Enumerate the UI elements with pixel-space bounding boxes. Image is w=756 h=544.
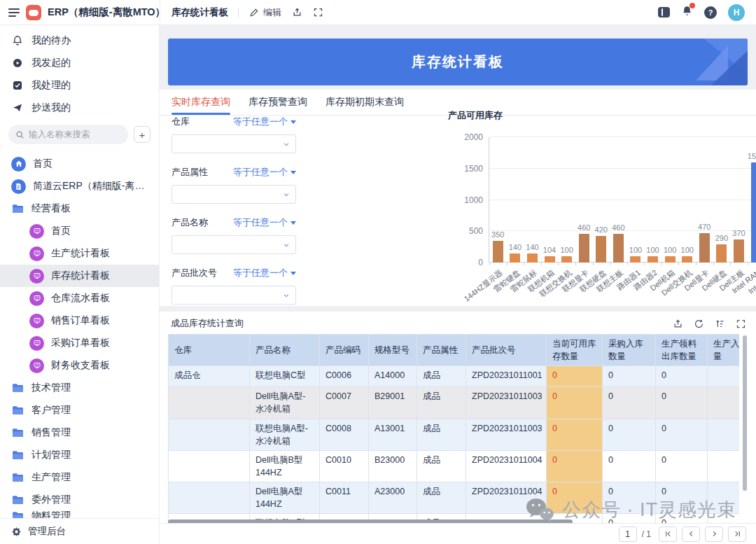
- bar-value-label: 100: [646, 246, 659, 254]
- tab-1[interactable]: 库存预警查询: [248, 90, 307, 115]
- sidebar-item-board-inventory[interactable]: 库存统计看板: [0, 265, 159, 287]
- column-header[interactable]: 生产领料出库数量: [656, 335, 708, 366]
- bar-路由器2[interactable]: [648, 256, 658, 263]
- bar-联想主板[interactable]: [613, 234, 624, 263]
- sidebar-item-jdy-erp[interactable]: 简道云ERP（精细版-离散MT...: [0, 175, 159, 197]
- table-cell: 0: [547, 450, 603, 482]
- table-row[interactable]: 成品仓联想电脑C型C0006A14000成品ZPD20231011001000: [169, 366, 740, 387]
- filter-select[interactable]: [172, 185, 296, 204]
- edit-label: 编辑: [263, 6, 281, 19]
- table-cell: Dell电脑B型 144HZ: [250, 450, 320, 482]
- bar-144HZ显示器[interactable]: [493, 241, 503, 263]
- filter-select[interactable]: [172, 286, 296, 305]
- bar-Dell交换机[interactable]: [682, 256, 692, 263]
- column-header[interactable]: 产品名称: [250, 335, 320, 366]
- column-header[interactable]: 当前可用库存数量: [547, 335, 603, 366]
- fullscreen-icon[interactable]: [312, 7, 323, 18]
- sidebar-item-board-production[interactable]: 生产统计看板: [0, 242, 159, 265]
- sidebar-item-plan-mgmt[interactable]: 计划管理: [0, 444, 159, 466]
- column-header[interactable]: 仓库: [169, 335, 250, 366]
- help-icon[interactable]: ?: [704, 6, 717, 19]
- bar-联想交换机[interactable]: [561, 256, 572, 263]
- menu-toggle-icon[interactable]: [8, 8, 20, 17]
- prev-page-button[interactable]: [682, 526, 700, 542]
- table-row[interactable]: 联想电脑A型-水冷机箱C0008A13001成品ZPD2023101100300…: [169, 419, 740, 450]
- directory-icon[interactable]: [658, 7, 670, 18]
- sidebar-item-tech-mgmt[interactable]: 技术管理: [0, 377, 159, 399]
- first-page-button[interactable]: [659, 526, 677, 542]
- sidebar-item-sales-mgmt[interactable]: 销售管理: [0, 421, 159, 444]
- sidebar-item-home[interactable]: 首页: [0, 153, 159, 175]
- table-cell: Dell电脑A型 144HZ: [250, 482, 320, 514]
- bar-value-label: 460: [578, 223, 590, 232]
- export-icon[interactable]: [672, 318, 683, 329]
- bar-联想机箱[interactable]: [545, 256, 555, 263]
- sidebar-item-label: 计划管理: [31, 449, 71, 461]
- table-cell: 成品: [417, 419, 466, 450]
- table-row[interactable]: Dell电脑B型 144HZC0010B23000成品ZPD2023101100…: [169, 450, 740, 482]
- bar-雷蛇鼠标[interactable]: [527, 253, 538, 263]
- x-axis-tick: [507, 263, 507, 265]
- bar-Dell机箱[interactable]: [665, 256, 676, 263]
- table-header: 仓库产品名称产品编码规格型号产品属性产品批次号当前可用库存数量采购入库数量生产领…: [169, 335, 740, 366]
- expand-icon[interactable]: [735, 318, 746, 329]
- table-row[interactable]: Dell电脑A型-水冷机箱C0007B29001成品ZPD20231011003…: [169, 387, 740, 419]
- tab-0[interactable]: 实时库存查询: [172, 90, 230, 115]
- column-header[interactable]: 产品编码: [320, 335, 369, 366]
- search-box[interactable]: [8, 125, 128, 144]
- sidebar-item-board-finance[interactable]: 财务收支看板: [0, 354, 159, 377]
- bar-Dell显卡[interactable]: [699, 233, 710, 263]
- user-avatar[interactable]: H: [728, 4, 745, 21]
- admin-console-button[interactable]: 管理后台: [0, 518, 159, 544]
- sidebar-item-board-home[interactable]: 首页: [0, 220, 159, 242]
- bar-联想硬盘[interactable]: [596, 236, 606, 263]
- edit-button[interactable]: 编辑: [248, 6, 281, 19]
- sort-icon[interactable]: [714, 318, 725, 329]
- current-page[interactable]: 1: [619, 526, 637, 542]
- column-header[interactable]: 规格型号: [369, 335, 417, 366]
- bar-雷蛇键盘[interactable]: [510, 253, 520, 263]
- table-title: 成品库存统计查询: [171, 317, 244, 330]
- column-header[interactable]: 产品批次号: [466, 335, 547, 366]
- column-header[interactable]: 生产入库数量: [708, 335, 740, 366]
- sidebar-item-board-warehouse-flow[interactable]: 仓库流水看板: [0, 287, 159, 309]
- quick-item-2[interactable]: 我处理的: [0, 74, 159, 97]
- x-axis-tick: [662, 263, 662, 265]
- x-axis-tick: [524, 263, 524, 265]
- filter-operator[interactable]: 等于任意一个: [233, 267, 296, 279]
- sidebar-item-board-sales-order[interactable]: 销售订单看板: [0, 309, 159, 332]
- sidebar-item-label: 财务收支看板: [51, 359, 110, 372]
- sidebar-item-production-mgmt[interactable]: 生产管理: [0, 466, 159, 489]
- filter-operator[interactable]: 等于任意一个: [233, 216, 296, 229]
- add-button[interactable]: +: [134, 126, 150, 143]
- sidebar-item-business-boards[interactable]: 经营看板: [0, 197, 159, 220]
- tab-2[interactable]: 库存期初期末查询: [326, 90, 404, 115]
- quick-item-3[interactable]: 抄送我的: [0, 97, 159, 119]
- next-page-button[interactable]: [705, 526, 723, 542]
- refresh-icon[interactable]: [693, 318, 704, 329]
- notifications-button[interactable]: [681, 5, 693, 20]
- quick-item-1[interactable]: 我发起的: [0, 52, 159, 74]
- sidebar-item-board-purchase-order[interactable]: 采购订单看板: [0, 332, 159, 354]
- quick-item-0[interactable]: 我的待办: [0, 29, 159, 52]
- bar-Intel RAM[interactable]: [751, 162, 756, 263]
- table-row[interactable]: Dell电脑A型 144HZC0011A23000成品ZPD2023101100…: [169, 482, 740, 514]
- share-icon[interactable]: [291, 7, 302, 18]
- filter-select[interactable]: [172, 134, 296, 153]
- bar-Dell主板[interactable]: [734, 239, 744, 263]
- vertical-scrollbar[interactable]: [743, 335, 747, 491]
- last-page-button[interactable]: [728, 526, 746, 542]
- search-input[interactable]: [29, 130, 106, 139]
- column-header[interactable]: 采购入库数量: [603, 335, 656, 366]
- bar-Dell硬盘[interactable]: [716, 244, 727, 263]
- filter-operator[interactable]: 等于任意一个: [233, 166, 296, 179]
- filter-label: 仓库: [172, 116, 190, 128]
- page-tab[interactable]: 库存统计看板: [172, 6, 228, 19]
- bar-联想显卡[interactable]: [579, 234, 589, 263]
- filter-select[interactable]: [172, 235, 296, 254]
- sidebar-item-customer-mgmt[interactable]: 客户管理: [0, 399, 159, 421]
- bar-路由器1[interactable]: [630, 256, 640, 263]
- filter-operator[interactable]: 等于任意一个: [233, 116, 296, 128]
- column-header[interactable]: 产品属性: [417, 335, 466, 366]
- sidebar-item-outsourcing-mgmt[interactable]: 委外管理: [0, 489, 159, 511]
